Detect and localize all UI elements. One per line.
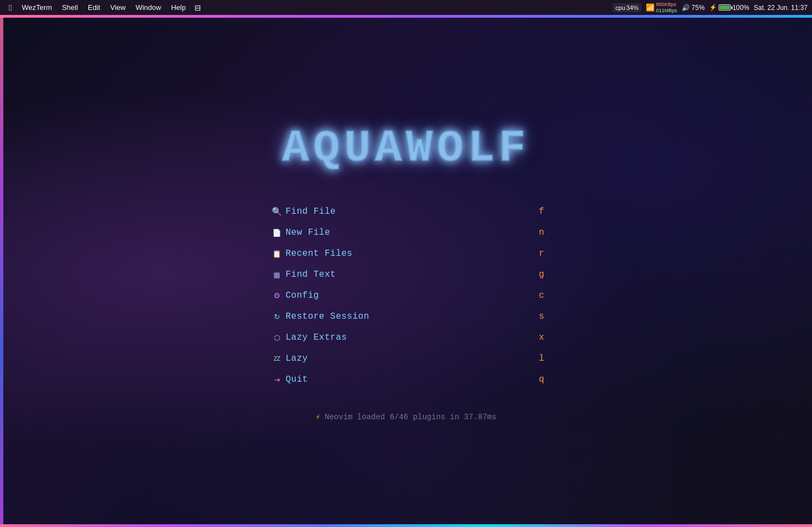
find-file-shortcut: f <box>528 207 544 217</box>
restore-session-icon: ↻ <box>268 313 286 321</box>
cpu-indicator: cpu 34% <box>613 3 641 12</box>
restore-session-shortcut: s <box>528 312 544 322</box>
menu-item-lazy[interactable]: ZZ Lazy l <box>268 348 544 369</box>
battery-fill <box>720 6 730 9</box>
config-shortcut: c <box>528 291 544 301</box>
restore-session-label: Restore Session <box>286 312 528 322</box>
menubar:  WezTerm Shell Edit View Window Help ⊟ … <box>0 0 812 15</box>
battery-value: 100% <box>732 4 750 12</box>
menu-item-config[interactable]: ⚙ Config c <box>268 285 544 306</box>
find-file-label: Find File <box>286 207 528 217</box>
menu-list: 🔍 Find File f 📄 New File n 📋 Recent File… <box>268 201 544 390</box>
quit-label: Quit <box>286 375 528 384</box>
battery-bar <box>719 4 731 10</box>
menu-edit[interactable]: Edit <box>83 2 104 13</box>
bottom-gradient <box>0 524 812 527</box>
find-text-label: Find Text <box>286 270 528 280</box>
new-file-icon: 📄 <box>268 229 286 237</box>
menu-item-new-file[interactable]: 📄 New File n <box>268 222 544 243</box>
recent-files-shortcut: r <box>528 249 544 259</box>
tab-indicator[interactable]: ⊟ <box>191 2 204 13</box>
lazy-extras-icon: ⬡ <box>268 334 286 342</box>
menu-help[interactable]: Help <box>167 2 191 13</box>
volume-value: 75% <box>692 4 705 12</box>
volume-indicator: 🔊 75% <box>682 4 705 12</box>
menu-item-recent-files[interactable]: 📋 Recent Files r <box>268 243 544 264</box>
quit-shortcut: q <box>528 375 544 384</box>
status-message: Neovim loaded 6/46 plugins in 37.87ms <box>325 413 497 421</box>
menu-shell[interactable]: Shell <box>57 2 82 13</box>
config-icon: ⚙ <box>268 291 286 300</box>
new-file-shortcut: n <box>528 228 544 238</box>
status-line: ⚡ Neovim loaded 6/46 plugins in 37.87ms <box>315 412 496 421</box>
net-speeds: 865KBps 011MBps <box>656 2 677 14</box>
lazy-label: Lazy <box>286 354 528 363</box>
battery-icon: ⚡ <box>709 4 717 11</box>
terminal-area: AQUAWOLF 🔍 Find File f 📄 New File n 📋 Re… <box>0 18 812 527</box>
menu-item-quit[interactable]: ⇥ Quit q <box>268 369 544 390</box>
quit-icon: ⇥ <box>268 376 286 384</box>
config-label: Config <box>286 291 528 301</box>
lazy-icon: ZZ <box>268 355 286 362</box>
menu-item-find-text[interactable]: ▦ Find Text g <box>268 264 544 285</box>
apple-menu[interactable]:  <box>4 2 16 13</box>
battery-indicator: ⚡ 100% <box>709 4 750 12</box>
volume-icon: 🔊 <box>682 4 690 12</box>
app-title: AQUAWOLF <box>282 123 530 173</box>
menu-item-restore-session[interactable]: ↻ Restore Session s <box>268 306 544 327</box>
new-file-label: New File <box>286 228 528 238</box>
find-text-shortcut: g <box>528 270 544 280</box>
menu-window[interactable]: Window <box>131 2 165 13</box>
net-upload: 865KBps <box>656 2 677 8</box>
app-name[interactable]: WezTerm <box>17 2 56 13</box>
find-file-icon: 🔍 <box>268 207 286 217</box>
lazy-extras-shortcut: x <box>528 333 544 342</box>
status-bolt: ⚡ <box>315 412 320 421</box>
datetime: Sat. 22 Jun. 11:37 <box>754 4 808 12</box>
lazy-extras-label: Lazy Extras <box>286 333 528 342</box>
recent-files-icon: 📋 <box>268 250 286 258</box>
cpu-label: cpu <box>615 4 625 11</box>
menu-item-find-file[interactable]: 🔍 Find File f <box>268 201 544 222</box>
wifi-indicator: 📶 865KBps 011MBps <box>646 2 677 14</box>
menu-view[interactable]: View <box>106 2 130 13</box>
wifi-icon: 📶 <box>646 3 655 12</box>
recent-files-label: Recent Files <box>286 249 528 259</box>
left-glow <box>0 18 3 527</box>
title-container: AQUAWOLF <box>282 123 530 173</box>
lazy-shortcut: l <box>528 354 544 363</box>
find-text-icon: ▦ <box>268 271 286 279</box>
cpu-value: 34% <box>626 4 639 11</box>
net-download: 011MBps <box>656 8 677 14</box>
menu-item-lazy-extras[interactable]: ⬡ Lazy Extras x <box>268 327 544 348</box>
